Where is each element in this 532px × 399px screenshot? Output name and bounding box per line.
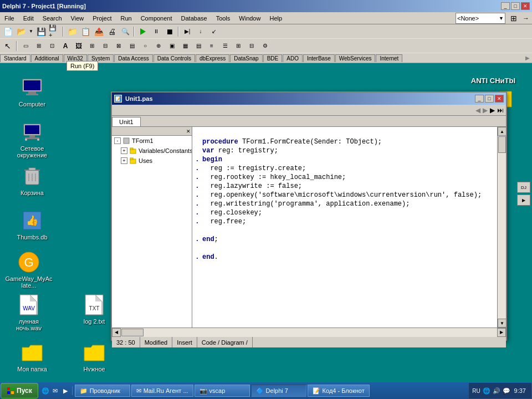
- palette-scroll-right[interactable]: ▶: [523, 55, 532, 61]
- btn-tool19[interactable]: ⚙: [259, 40, 271, 52]
- variables-expand[interactable]: +: [121, 147, 127, 154]
- palette-tab-additional[interactable]: Additional: [31, 54, 63, 62]
- run-btn[interactable]: [137, 25, 149, 38]
- palette-tab-dbexpress[interactable]: dbExpress: [196, 54, 229, 62]
- pause-btn[interactable]: ⏸: [150, 25, 162, 38]
- desktop-icon-network[interactable]: Сетевое окружение: [10, 121, 54, 158]
- desktop-icon-log[interactable]: TXT log 2.txt: [72, 294, 116, 325]
- open-dropdown[interactable]: ▼: [28, 25, 34, 38]
- nav-last-btn[interactable]: ⏭: [497, 106, 504, 114]
- taskbar-item-mailru[interactable]: ✉ Mail.Ru Агент ...: [131, 385, 193, 397]
- btn3[interactable]: 📤: [93, 25, 105, 38]
- component-combo[interactable]: <None> ▼: [456, 13, 505, 24]
- nav-forward-btn[interactable]: ▶: [483, 106, 488, 114]
- img-btn[interactable]: 🖼: [73, 40, 85, 52]
- tree-item-uses[interactable]: + Uses: [112, 156, 192, 166]
- btn-tool11[interactable]: ⊕: [152, 40, 165, 52]
- btn-tool16[interactable]: ☰: [219, 40, 231, 52]
- btn-tool6[interactable]: ⊞: [86, 40, 98, 52]
- code-area[interactable]: procedure TForm1.FormCreate(Sender: TObj…: [192, 127, 497, 328]
- scroll-right-btn[interactable]: ▶: [497, 328, 506, 337]
- tree-item-variables[interactable]: + Variables/Constants: [112, 146, 192, 156]
- menu-component[interactable]: Component: [136, 14, 177, 23]
- nav-back-btn[interactable]: ◀: [475, 106, 480, 114]
- btn-tool8[interactable]: ⊠: [112, 40, 125, 52]
- tray-lang-icon[interactable]: RU: [472, 386, 481, 395]
- uses-expand[interactable]: +: [121, 157, 127, 164]
- select-btn[interactable]: ⊞: [33, 40, 45, 52]
- taskbar-item-delphi[interactable]: 🔷 Delphi 7: [251, 385, 306, 397]
- trace-btn[interactable]: ↙: [208, 25, 220, 38]
- menu-help[interactable]: Help: [265, 14, 287, 23]
- menu-tools[interactable]: Tools: [212, 14, 235, 23]
- new-btn[interactable]: 📄: [2, 25, 14, 38]
- menu-edit[interactable]: Edit: [19, 14, 38, 23]
- palette-tab-interbase[interactable]: InterBase: [303, 54, 335, 62]
- text-btn[interactable]: A: [59, 40, 71, 52]
- menu-view[interactable]: View: [66, 14, 89, 23]
- nav-next-btn[interactable]: ▶: [490, 106, 495, 114]
- form-btn[interactable]: ▭: [19, 40, 32, 52]
- ql-browser-icon[interactable]: 🌐: [41, 386, 50, 395]
- toolbar-extra-btn1[interactable]: ⊞: [508, 13, 519, 24]
- btn-tool17[interactable]: ⊞: [232, 40, 244, 52]
- desktop-icon-myfolder[interactable]: Моя папка: [10, 341, 54, 371]
- step-btn[interactable]: ↓: [195, 25, 207, 38]
- save2-btn[interactable]: 📋: [79, 25, 91, 38]
- taskbar-item-vscap[interactable]: 📷 vscap: [195, 385, 250, 397]
- editor-minimize-btn[interactable]: _: [475, 95, 484, 103]
- btn-tool14[interactable]: ▤: [192, 40, 204, 52]
- tray-network-icon[interactable]: 🌐: [482, 386, 491, 395]
- editor-tab-unit1[interactable]: Unit1: [112, 117, 141, 126]
- btn-tool10[interactable]: ○: [139, 40, 151, 52]
- scroll-down-btn[interactable]: ▼: [498, 319, 506, 328]
- btn4[interactable]: 🖨: [106, 25, 118, 38]
- right-icon2[interactable]: ▶: [517, 195, 530, 206]
- ql-mail-icon[interactable]: ✉: [51, 386, 60, 395]
- menu-file[interactable]: File: [0, 14, 19, 23]
- arrow-tool[interactable]: ↖: [2, 40, 14, 52]
- taskbar-item-explorer[interactable]: 📁 Проводник: [75, 385, 130, 397]
- scroll-up-btn[interactable]: ▲: [498, 127, 506, 136]
- menu-project[interactable]: Project: [88, 14, 116, 23]
- editor-restore-btn[interactable]: □: [485, 95, 494, 103]
- menu-window[interactable]: Window: [234, 14, 265, 23]
- btn-tool13[interactable]: ▦: [179, 40, 191, 52]
- save-btn[interactable]: 💾: [35, 25, 47, 38]
- palette-tab-webservices[interactable]: WebServices: [335, 54, 376, 62]
- scroll-h-track[interactable]: [121, 328, 497, 337]
- desktop-icon-thumbs[interactable]: 👍 Thumbs.db: [10, 209, 54, 241]
- tab-btn[interactable]: ⊡: [46, 40, 58, 52]
- desktop-icon-game[interactable]: G GameWay_MyAc late...: [7, 251, 51, 289]
- btn-tool7[interactable]: ⊟: [99, 40, 111, 52]
- saveall-btn[interactable]: 💾+: [48, 25, 60, 38]
- editor-scrollbar-h[interactable]: ◀ ▶: [112, 328, 506, 336]
- tree-collapse-btn[interactable]: ✕: [186, 129, 191, 134]
- palette-tab-dataaccess[interactable]: Data Access: [114, 54, 153, 62]
- tree-item-tform1[interactable]: - TForm1: [112, 136, 192, 146]
- palette-tab-datasnap[interactable]: DataSnap: [230, 54, 262, 62]
- toggle-btn[interactable]: ▶|: [181, 25, 193, 38]
- editor-close-btn[interactable]: ✕: [495, 95, 504, 103]
- btn-tool15[interactable]: ≡: [206, 40, 218, 52]
- open-btn[interactable]: 📂: [15, 25, 27, 38]
- toolbar-extra-btn2[interactable]: →: [520, 13, 531, 24]
- close-button[interactable]: ✕: [521, 2, 530, 10]
- maximize-button[interactable]: □: [511, 2, 520, 10]
- scroll-h-thumb[interactable]: [121, 329, 144, 336]
- desktop-icon-trash[interactable]: Корзина: [10, 165, 54, 196]
- palette-tab-ado[interactable]: ADO: [283, 54, 303, 62]
- stop-btn[interactable]: ⏹: [163, 25, 176, 38]
- menu-search[interactable]: Search: [38, 14, 66, 23]
- tray-volume-icon[interactable]: 🔊: [492, 386, 501, 395]
- scroll-track[interactable]: [498, 136, 506, 319]
- start-button[interactable]: Пуск: [1, 383, 38, 398]
- tform1-expand[interactable]: -: [114, 137, 121, 144]
- scroll-thumb[interactable]: [498, 136, 506, 153]
- taskbar-item-notepad[interactable]: 📝 Код4 - Блокнот: [308, 385, 370, 397]
- desktop-icon-wav[interactable]: WAV лунная ночь.wav: [7, 294, 51, 331]
- palette-tab-bde[interactable]: BDE: [263, 54, 283, 62]
- btn-tool9[interactable]: ▤: [126, 40, 138, 52]
- menu-run[interactable]: Run: [116, 14, 136, 23]
- btn-tool18[interactable]: ⊟: [245, 40, 258, 52]
